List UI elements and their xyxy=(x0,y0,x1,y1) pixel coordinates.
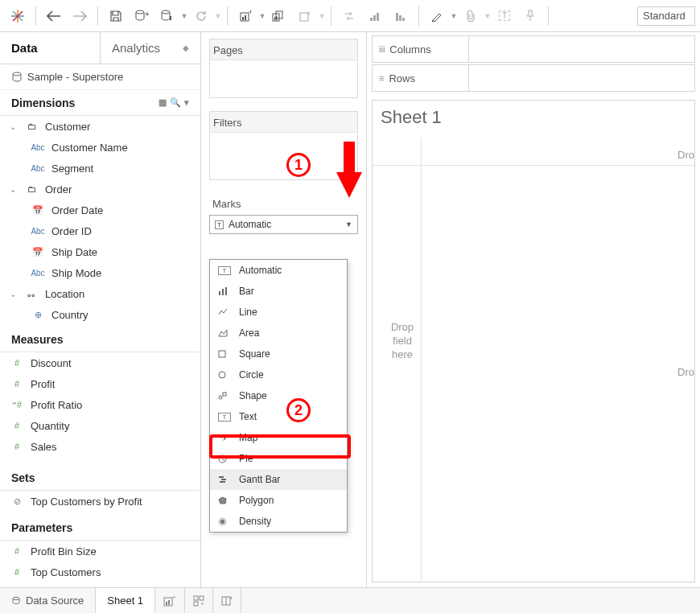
dropdown-caret-icon[interactable]: ▼ xyxy=(318,3,326,29)
forward-button[interactable] xyxy=(67,3,93,29)
dropdown-caret-icon[interactable]: ▼ xyxy=(484,3,492,29)
mark-type-line[interactable]: Line xyxy=(210,302,347,323)
worksheet-view[interactable]: Sheet 1 Drop field here Dro Dro xyxy=(372,100,695,582)
search-icon[interactable]: 🔍 xyxy=(170,97,181,108)
datasource-label: Sample - Superstore xyxy=(27,71,123,83)
svg-rect-27 xyxy=(225,287,227,295)
tableau-logo-icon[interactable] xyxy=(5,3,31,29)
clear-sheet-button[interactable] xyxy=(292,3,318,29)
mark-type-bar[interactable]: Bar xyxy=(210,281,347,302)
param-top-customers[interactable]: #Top Customers xyxy=(0,562,200,582)
svg-point-38 xyxy=(13,597,19,599)
dim-folder-location[interactable]: ⌄ₒₒLocation xyxy=(0,283,200,304)
new-worksheet-button[interactable]: + xyxy=(233,3,258,29)
mark-type-automatic[interactable]: TAutomatic xyxy=(210,260,347,281)
svg-rect-11 xyxy=(245,15,246,20)
filters-shelf[interactable]: Filters xyxy=(209,111,358,180)
pages-shelf[interactable]: Pages xyxy=(209,39,358,98)
dim-folder-customer[interactable]: ⌄🗀Customer xyxy=(0,116,200,137)
text-label-button[interactable]: T xyxy=(492,3,517,29)
highlight-button[interactable] xyxy=(424,3,450,29)
new-worksheet-tab[interactable]: + xyxy=(155,588,185,613)
field-label: Profit Bin Size xyxy=(31,545,97,557)
field-label: Order xyxy=(45,183,72,195)
columns-shelf[interactable]: iiiColumns xyxy=(372,35,695,63)
svg-rect-34 xyxy=(221,479,226,480)
tab-analytics[interactable]: Analytics◆ xyxy=(100,32,200,64)
mark-type-shape[interactable]: Shape xyxy=(210,385,347,406)
field-customer-name[interactable]: AbcCustomer Name xyxy=(0,137,200,158)
mark-type-label: Line xyxy=(239,306,257,318)
param-profit-bin-size[interactable]: #Profit Bin Size xyxy=(0,541,200,562)
tab-sheet-1[interactable]: Sheet 1 xyxy=(96,588,155,613)
rows-icon: ≡ xyxy=(379,73,384,83)
svg-point-4 xyxy=(136,10,144,14)
field-label: Quantity xyxy=(31,420,69,432)
menu-caret-icon[interactable]: ▾ xyxy=(184,97,189,108)
swap-axes-button[interactable] xyxy=(336,3,362,29)
attachment-button[interactable] xyxy=(458,3,484,29)
new-dashboard-tab[interactable]: + xyxy=(185,588,213,613)
dropdown-caret-icon[interactable]: ▼ xyxy=(258,3,266,29)
view-list-icon[interactable]: ▦ xyxy=(159,97,167,108)
field-profit-ratio[interactable]: ⁼#Profit Ratio xyxy=(0,394,200,415)
tab-data-source[interactable]: Data Source xyxy=(0,588,96,613)
svg-point-30 xyxy=(219,396,222,399)
datasource-row[interactable]: Sample - Superstore xyxy=(0,64,200,90)
new-datasource-button[interactable]: + xyxy=(129,3,154,29)
field-country[interactable]: ⊕Country xyxy=(0,304,200,325)
mark-type-gantt-bar[interactable]: Gantt Bar xyxy=(210,469,347,490)
back-button[interactable] xyxy=(41,3,67,29)
mark-type-circle[interactable]: Circle xyxy=(210,364,347,385)
field-label: Segment xyxy=(51,163,93,175)
mark-type-polygon[interactable]: Polygon xyxy=(210,490,347,511)
svg-point-24 xyxy=(13,72,21,76)
line-mark-icon xyxy=(218,308,231,316)
save-button[interactable] xyxy=(103,3,129,29)
field-state[interactable]: ⊕State xyxy=(0,325,200,327)
pin-button[interactable] xyxy=(517,3,543,29)
mark-type-area[interactable]: Area xyxy=(210,323,347,344)
field-order-id[interactable]: AbcOrder ID xyxy=(0,220,200,241)
abc-icon: Abc xyxy=(29,269,47,278)
mark-type-map[interactable]: ✈Map xyxy=(210,427,347,448)
field-label: Customer xyxy=(45,121,90,133)
mark-type-square[interactable]: Square xyxy=(210,344,347,364)
sort-desc-button[interactable] xyxy=(388,3,414,29)
marks-type-menu: TAutomatic Bar Line Area Square Circle S… xyxy=(209,259,348,533)
rows-shelf[interactable]: ≡Rows xyxy=(372,64,695,92)
sheet-title[interactable]: Sheet 1 xyxy=(381,107,442,128)
field-profit[interactable]: #Profit xyxy=(0,373,200,394)
dropdown-caret-icon[interactable]: ▼ xyxy=(450,3,458,29)
dim-folder-order[interactable]: ⌄🗀Order xyxy=(0,179,200,200)
duplicate-sheet-button[interactable] xyxy=(266,3,292,29)
marks-type-dropdown[interactable]: TAutomatic ▼ xyxy=(209,215,358,234)
svg-point-29 xyxy=(219,372,225,378)
field-ship-mode[interactable]: AbcShip Mode xyxy=(0,262,200,283)
field-top-customers-set[interactable]: ⊘Top Customers by Profit xyxy=(0,491,200,512)
fit-dropdown[interactable] xyxy=(637,6,695,26)
collapse-icon: ⌄ xyxy=(8,122,18,131)
field-order-date[interactable]: 📅Order Date xyxy=(0,200,200,220)
mark-type-density[interactable]: Density xyxy=(210,511,347,532)
measures-tree: #Discount #Profit ⁼#Profit Ratio #Quanti… xyxy=(0,352,200,465)
abc-icon: Abc xyxy=(29,227,47,236)
field-quantity[interactable]: #Quantity xyxy=(0,415,200,436)
field-ship-date[interactable]: 📅Ship Date xyxy=(0,241,200,262)
pause-updates-button[interactable] xyxy=(154,3,180,29)
refresh-button[interactable] xyxy=(188,3,214,29)
sort-asc-button[interactable] xyxy=(362,3,388,29)
mark-type-pie[interactable]: Pie xyxy=(210,448,347,469)
svg-text:+: + xyxy=(229,595,233,602)
new-story-tab[interactable]: + xyxy=(213,588,241,613)
mark-type-text[interactable]: TText xyxy=(210,406,347,427)
dimensions-header: Dimensions ▦🔍▾ xyxy=(0,90,200,116)
svg-rect-15 xyxy=(274,17,276,20)
svg-rect-21 xyxy=(396,13,398,21)
field-sales[interactable]: #Sales xyxy=(0,436,200,457)
field-discount[interactable]: #Discount xyxy=(0,352,200,373)
dropdown-caret-icon[interactable]: ▼ xyxy=(214,3,222,29)
tab-data[interactable]: Data xyxy=(0,32,100,64)
dropdown-caret-icon[interactable]: ▼ xyxy=(180,3,188,29)
field-segment[interactable]: AbcSegment xyxy=(0,158,200,179)
